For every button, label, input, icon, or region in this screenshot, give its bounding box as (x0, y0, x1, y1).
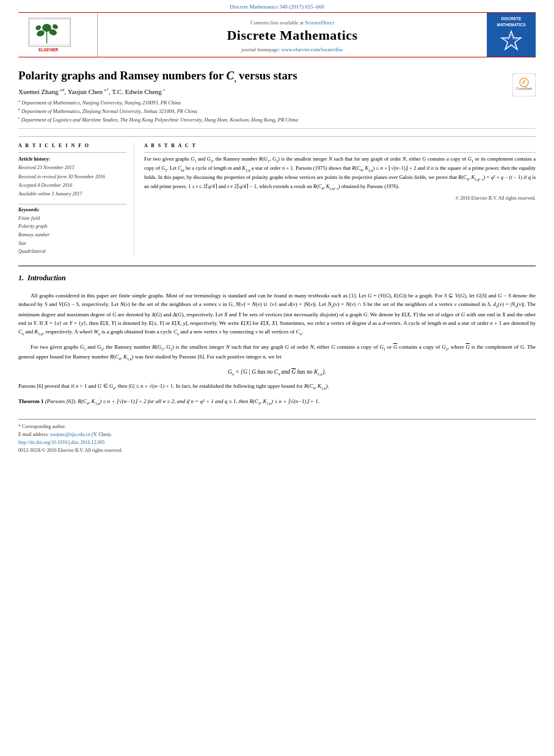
homepage-url-link[interactable]: www.elsevier.com/locate/disc (282, 46, 343, 53)
intro-paragraph3: Parsons [6] proved that if n > 1 and G ∈… (18, 382, 536, 391)
keyword-finite-field: Finite field (18, 214, 126, 223)
article-history: Article history: Received 23 November 20… (18, 155, 126, 199)
journal-header: ELSEVIER Contents lists available at Sci… (18, 12, 536, 57)
email-label: E-mail address: (18, 432, 49, 437)
abstract-text: For two given graphs G1 and G2, the Rams… (144, 155, 536, 192)
contents-available-line: Contents lists available at ScienceDirec… (250, 20, 334, 26)
footnote-doi[interactable]: http://dx.doi.org/10.1016/j.disc.2016.12… (18, 439, 536, 447)
svg-text:ELSEVIER: ELSEVIER (38, 48, 58, 52)
journal-homepage: journal homepage: www.elsevier.com/locat… (241, 46, 343, 53)
affiliation-c: c Department of Logistics and Maritime S… (18, 115, 506, 124)
authors-line: Xuemei Zhang a,b, Yaojun Chen a,*, T.C. … (18, 88, 506, 95)
sciencedirect-link[interactable]: ScienceDirect (305, 20, 334, 26)
elsevier-logo-area: ELSEVIER (18, 13, 98, 57)
homepage-text: journal homepage: (241, 46, 280, 53)
paper-title-section: Polarity graphs and Ramsey numbers for C… (18, 57, 536, 129)
history-online: Available online 3 January 2017 (18, 191, 82, 197)
paper-title: Polarity graphs and Ramsey numbers for C… (18, 68, 476, 84)
journal-icon-box: DISCRETEMATHEMATICS (487, 13, 536, 57)
keyword-polarity-graph: Polarity graph (18, 222, 126, 231)
svg-text:✓: ✓ (522, 79, 527, 85)
keyword-quadrilateral: Quadrilateral (18, 247, 126, 256)
keyword-star: Star (18, 239, 126, 248)
history-label: Article history: (18, 155, 126, 164)
keywords-list: Finite field Polarity graph Ramsey numbe… (18, 214, 126, 256)
journal-emblem (500, 29, 523, 53)
crossmark-badge[interactable]: ✓ CrossMark ✓ (512, 73, 536, 98)
footnote-issn: 0012-365X/© 2016 Elsevier B.V. All right… (18, 447, 536, 455)
affiliations: a Department of Mathematics, Nanjing Uni… (18, 98, 506, 125)
crossmark-icon: ✓ CrossMark ✓ (512, 73, 536, 96)
elsevier-logo-svg: ELSEVIER (24, 16, 92, 53)
footnote-star: * Corresponding author. (18, 423, 536, 431)
doi-link[interactable]: http://dx.doi.org/10.1016/j.disc.2016.12… (18, 440, 104, 445)
contents-text: Contents lists available at (250, 20, 304, 26)
history-revised: Received in revised form 30 November 201… (18, 174, 105, 180)
keywords-label: Keywords: (18, 207, 126, 213)
history-accepted: Accepted 4 December 2016 (18, 183, 72, 188)
abstract-column: A B S T R A C T For two given graphs G1 … (144, 143, 536, 256)
affiliation-a: a Department of Mathematics, Nanjing Uni… (18, 98, 506, 107)
main-body: 1. Introduction All graphs considered in… (18, 266, 536, 407)
keyword-ramsey-number: Ramsey number (18, 231, 126, 239)
journal-header-center: Contents lists available at ScienceDirec… (98, 13, 487, 57)
intro-paragraph2: For two given graphs G1 and G2, the Rams… (18, 343, 536, 363)
journal-title: Discrete Mathematics (227, 27, 357, 43)
abstract-copyright: © 2016 Elsevier B.V. All rights reserved… (144, 195, 536, 201)
email-link[interactable]: yaojunc@nju.edu.cn (50, 432, 90, 437)
journal-doi-link[interactable]: Discrete Mathematics 340 (2017) 655–660 (0, 0, 554, 12)
math-definition: Gn = {G | G has no C4 and G has no K1,n}… (18, 369, 536, 376)
abstract-label: A B S T R A C T (144, 143, 536, 148)
intro-section-title: Introduction (27, 274, 66, 283)
two-col-section: A R T I C L E I N F O Article history: R… (18, 136, 536, 256)
footnote-section: * Corresponding author. E-mail address: … (18, 419, 536, 454)
page-content: Polarity graphs and Ramsey numbers for C… (0, 57, 554, 454)
star-footnote-text: * Corresponding author. (18, 424, 66, 429)
email-name: (Y. Chen). (92, 432, 112, 437)
theorem-1: Theorem 1 (Parsons [6]). R(C4, K1,n) ≤ n… (18, 397, 536, 407)
intro-paragraph1: All graphs considered in this paper are … (18, 291, 536, 338)
intro-section-number: 1. (18, 274, 24, 283)
history-received: Received 23 November 2015 (18, 165, 75, 170)
divider2 (18, 204, 126, 205)
affiliation-b: b Department of Mathematics, Zhejiang No… (18, 107, 506, 115)
divider (18, 152, 126, 153)
footnote-email: E-mail address: yaojunc@nju.edu.cn (Y. C… (18, 431, 536, 439)
svg-text:CrossMark: CrossMark (516, 87, 533, 90)
article-info-label: A R T I C L E I N F O (18, 143, 126, 148)
abstract-divider (144, 152, 536, 153)
article-info-column: A R T I C L E I N F O Article history: R… (18, 143, 134, 256)
